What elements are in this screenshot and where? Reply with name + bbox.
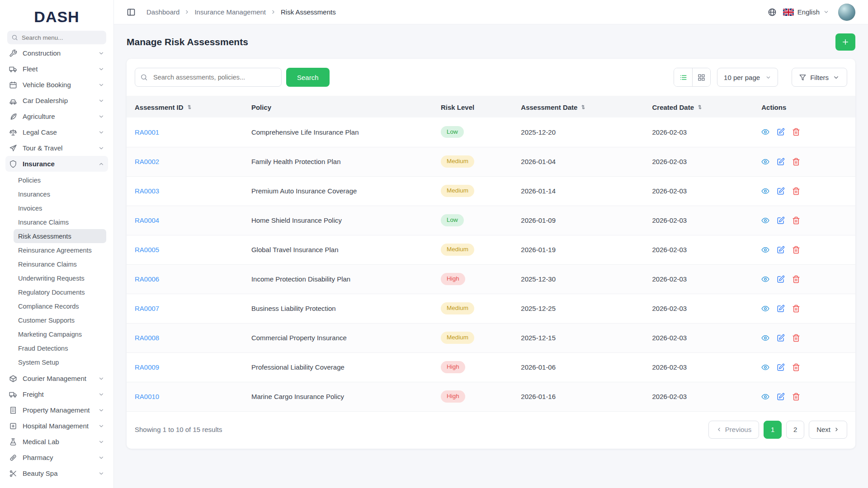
view-button[interactable]	[761, 216, 769, 225]
edit-button[interactable]	[777, 305, 785, 313]
page-2-button[interactable]: 2	[786, 421, 804, 439]
assessment-id-link[interactable]: RA0010	[135, 393, 159, 400]
sidebar-item-insurance[interactable]: Insurance	[5, 156, 108, 172]
sort-icon[interactable]	[697, 104, 703, 110]
search-button[interactable]: Search	[286, 68, 330, 87]
delete-button[interactable]	[792, 216, 800, 225]
sidebar-subitem-marketing-campaigns[interactable]: Marketing Campaigns	[14, 327, 106, 341]
add-assessment-button[interactable]	[835, 33, 855, 51]
edit-button[interactable]	[777, 363, 785, 371]
sidebar-item-freight[interactable]: Freight	[5, 386, 108, 402]
grid-view-button[interactable]	[692, 68, 710, 86]
previous-page-button[interactable]: Previous	[708, 421, 759, 439]
delete-button[interactable]	[792, 246, 800, 254]
sidebar-item-vehicle-booking[interactable]: Vehicle Booking	[5, 77, 108, 93]
next-page-button[interactable]: Next	[809, 421, 847, 439]
delete-button[interactable]	[792, 363, 800, 371]
delete-button[interactable]	[792, 187, 800, 195]
list-view-button[interactable]	[674, 68, 692, 86]
sidebar-item-tour-travel[interactable]: Tour & Travel	[5, 140, 108, 156]
sort-icon[interactable]	[186, 104, 193, 110]
assessment-id-link[interactable]: RA0001	[135, 128, 159, 136]
delete-button[interactable]	[792, 158, 800, 166]
edit-button[interactable]	[777, 216, 785, 225]
sidebar-subitem-compliance-records[interactable]: Compliance Records	[14, 299, 106, 313]
delete-button[interactable]	[792, 334, 800, 342]
edit-button[interactable]	[777, 275, 785, 283]
view-button[interactable]	[761, 275, 769, 283]
sidebar-subitem-risk-assessments[interactable]: Risk Assessments	[14, 229, 106, 243]
sidebar-item-beauty-spa[interactable]: Beauty Spa	[5, 465, 108, 481]
sidebar-item-legal-case[interactable]: Legal Case	[5, 124, 108, 140]
sidebar-subitem-underwriting-requests[interactable]: Underwriting Requests	[14, 271, 106, 285]
sidebar-subitem-policies[interactable]: Policies	[14, 173, 106, 187]
sort-icon[interactable]	[580, 104, 586, 110]
sidebar-subitem-insurances[interactable]: Insurances	[14, 187, 106, 201]
sidebar-item-construction[interactable]: Construction	[5, 45, 108, 61]
view-button[interactable]	[761, 393, 769, 401]
sidebar-item-car-dealership[interactable]: Car Dealership	[5, 93, 108, 108]
view-button[interactable]	[761, 305, 769, 313]
sidebar-toggle-icon[interactable]	[127, 8, 136, 17]
sidebar-subitem-fraud-detections[interactable]: Fraud Detections	[14, 341, 106, 355]
trash-icon	[792, 363, 800, 371]
sidebar-item-pharmacy[interactable]: Pharmacy	[5, 450, 108, 465]
sidebar-subitem-insurance-claims[interactable]: Insurance Claims	[14, 215, 106, 229]
view-button[interactable]	[761, 363, 769, 371]
column-header-assessment-date[interactable]: Assessment Date	[513, 96, 644, 117]
sidebar-item-property-management[interactable]: Property Management	[5, 402, 108, 418]
delete-button[interactable]	[792, 275, 800, 283]
sidebar-subitem-regulatory-documents[interactable]: Regulatory Documents	[14, 285, 106, 299]
edit-button[interactable]	[777, 246, 785, 254]
delete-button[interactable]	[792, 128, 800, 136]
sidebar-item-agriculture[interactable]: Agriculture	[5, 108, 108, 124]
language-selector[interactable]: English	[783, 8, 829, 16]
trash-icon	[792, 305, 800, 313]
edit-button[interactable]	[777, 158, 785, 166]
edit-button[interactable]	[777, 128, 785, 136]
edit-button[interactable]	[777, 334, 785, 342]
page-1-button[interactable]: 1	[764, 421, 782, 439]
assessment-id-link[interactable]: RA0008	[135, 334, 159, 342]
view-button[interactable]	[761, 187, 769, 195]
view-button[interactable]	[761, 128, 769, 136]
assessment-id-link[interactable]: RA0005	[135, 246, 159, 253]
per-page-select[interactable]: 10 per page	[717, 68, 778, 87]
sidebar-item-medical-lab[interactable]: Medical Lab	[5, 434, 108, 450]
breadcrumb-item[interactable]: Insurance Management	[194, 8, 266, 16]
view-button[interactable]	[761, 334, 769, 342]
sidebar-item-hospital-management[interactable]: Hospital Management	[5, 418, 108, 434]
assessment-id-link[interactable]: RA0002	[135, 158, 159, 165]
column-header-assessment-id[interactable]: Assessment ID	[127, 96, 243, 117]
edit-button[interactable]	[777, 393, 785, 401]
assessment-id-link[interactable]: RA0006	[135, 275, 159, 283]
breadcrumb-item[interactable]: Risk Assessments	[281, 8, 336, 16]
assessment-id-link[interactable]: RA0003	[135, 187, 159, 195]
assessment-id-link[interactable]: RA0009	[135, 363, 159, 371]
delete-button[interactable]	[792, 393, 800, 401]
user-avatar[interactable]	[838, 4, 855, 21]
sidebar-subitem-reinsurance-claims[interactable]: Reinsurance Claims	[14, 257, 106, 271]
chevron-down-icon	[98, 470, 104, 477]
sidebar-subitem-system-setup[interactable]: System Setup	[14, 355, 106, 369]
assessment-search-input[interactable]	[135, 68, 282, 87]
edit-button[interactable]	[777, 187, 785, 195]
view-button[interactable]	[761, 246, 769, 254]
assessment-id-link[interactable]: RA0004	[135, 216, 159, 224]
sidebar-subitem-invoices[interactable]: Invoices	[14, 201, 106, 215]
view-button[interactable]	[761, 158, 769, 166]
column-header-created-date[interactable]: Created Date	[644, 96, 753, 117]
menu-search-input[interactable]	[7, 31, 106, 44]
sidebar-item-fleet[interactable]: Fleet	[5, 61, 108, 77]
assessment-id-link[interactable]: RA0007	[135, 305, 159, 312]
sidebar-subitem-reinsurance-agreements[interactable]: Reinsurance Agreements	[14, 243, 106, 257]
sidebar-subitem-customer-supports[interactable]: Customer Supports	[14, 313, 106, 327]
delete-button[interactable]	[792, 305, 800, 313]
globe-icon[interactable]	[768, 8, 777, 17]
breadcrumb: DashboardInsurance ManagementRisk Assess…	[146, 8, 336, 16]
chevron-down-icon	[98, 375, 104, 382]
filters-button[interactable]: Filters	[792, 68, 847, 87]
created-date-cell: 2026-02-03	[644, 206, 753, 235]
breadcrumb-item[interactable]: Dashboard	[146, 8, 179, 16]
sidebar-item-courier-management[interactable]: Courier Management	[5, 371, 108, 386]
